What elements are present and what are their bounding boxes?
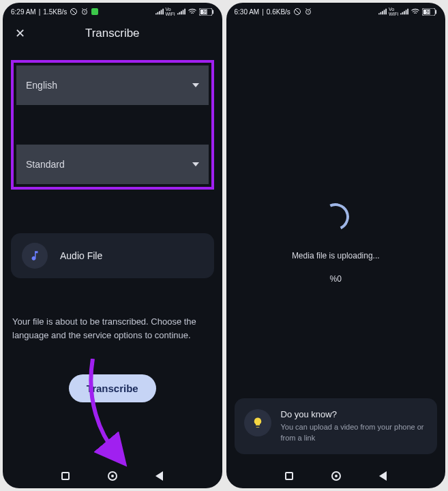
chevron-down-icon (192, 162, 199, 166)
uploading-text: Media file is uploading... (235, 251, 438, 261)
music-note-icon (22, 243, 48, 269)
volte-icon: VoWiFi (389, 7, 398, 16)
upload-percent: %0 (235, 274, 438, 284)
status-right: VoWiFi 59 (155, 7, 214, 16)
select-gap (16, 105, 209, 145)
loading-spinner-icon (318, 199, 353, 234)
annotation-highlight-box: English Standard (11, 60, 214, 190)
alarm-icon (80, 8, 89, 16)
status-bar: 6:29 AM | 1.5KB/s VoWiFi 59 (3, 3, 222, 19)
screen-transcribe-setup: 6:29 AM | 1.5KB/s VoWiFi 59 ✕ Transcribe… (3, 3, 222, 488)
content-area: Media file is uploading... %0 Do you kno… (226, 19, 446, 464)
status-net-speed: 1.5KB/s (43, 8, 67, 16)
file-card[interactable]: Audio File (11, 233, 214, 278)
quality-select[interactable]: Standard (16, 145, 209, 184)
title-bar: ✕ Transcribe (3, 19, 222, 45)
file-label: Audio File (60, 250, 102, 261)
signal-icon-2 (177, 8, 185, 15)
volte-icon: VoWiFi (166, 7, 175, 16)
svg-text:59: 59 (426, 10, 432, 14)
status-left: 6:29 AM | 1.5KB/s (11, 8, 98, 16)
nav-recents-icon[interactable] (61, 472, 70, 480)
battery-icon: 59 (199, 8, 214, 16)
dnd-icon (70, 8, 78, 16)
status-right: VoWiFi 59 (378, 7, 437, 16)
signal-icon-2 (400, 8, 408, 15)
nav-recents-icon[interactable] (285, 472, 293, 480)
close-icon[interactable]: ✕ (12, 26, 27, 41)
help-text: Your file is about to be transcribed. Ch… (11, 315, 214, 342)
chevron-down-icon (192, 83, 199, 87)
signal-icon (378, 8, 387, 15)
android-nav-bar (3, 464, 222, 488)
battery-icon: 59 (422, 8, 437, 16)
language-select[interactable]: English (16, 65, 209, 105)
status-net-speed: 0.6KB/s (267, 8, 290, 16)
language-select-value: English (26, 80, 57, 91)
quality-select-value: Standard (26, 159, 65, 170)
svg-rect-9 (435, 10, 436, 14)
android-nav-bar (226, 464, 446, 488)
status-time: 6:29 AM (11, 8, 36, 16)
nav-back-icon[interactable] (379, 471, 387, 481)
dnd-icon (293, 8, 301, 16)
lightbulb-icon (244, 409, 271, 436)
alarm-icon (304, 8, 312, 16)
screen-uploading: 6:30 AM | 0.6KB/s VoWiFi 59 Media file i… (226, 3, 446, 488)
page-title: Transcribe (3, 27, 222, 40)
tip-title: Do you know? (281, 409, 428, 419)
nav-home-icon[interactable] (108, 471, 117, 481)
nav-home-icon[interactable] (331, 471, 341, 481)
app-indicator-icon (91, 8, 98, 15)
tip-body: You can upload a video from your phone o… (281, 422, 428, 443)
status-left: 6:30 AM | 0.6KB/s (235, 8, 312, 16)
transcribe-button[interactable]: Transcribe (69, 374, 156, 402)
nav-back-icon[interactable] (155, 471, 163, 481)
wifi-icon (188, 8, 197, 15)
wifi-icon (410, 8, 420, 15)
status-time: 6:30 AM (235, 8, 260, 16)
transcribe-button-label: Transcribe (87, 383, 138, 394)
tip-text: Do you know? You can upload a video from… (281, 409, 428, 443)
svg-rect-3 (212, 10, 213, 14)
tip-card: Do you know? You can upload a video from… (235, 398, 438, 454)
content-area: English Standard Audio File Your file is… (3, 45, 222, 464)
status-bar: 6:30 AM | 0.6KB/s VoWiFi 59 (226, 3, 446, 19)
signal-icon (155, 8, 164, 15)
svg-text:59: 59 (203, 10, 208, 14)
